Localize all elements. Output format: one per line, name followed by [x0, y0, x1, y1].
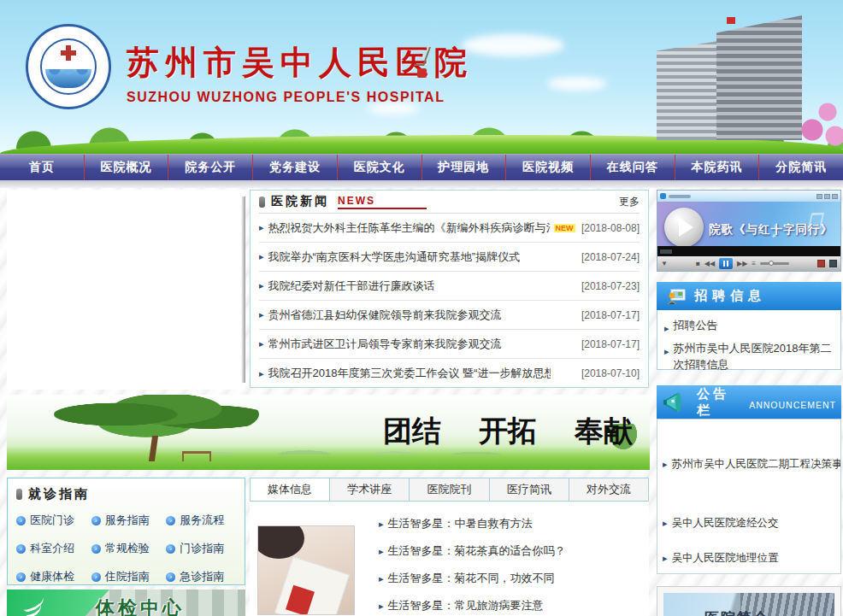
player-title-placeholder [669, 195, 691, 198]
tab-medical-briefs[interactable]: 医疗简讯 [489, 478, 569, 501]
tab-external-exchange[interactable]: 对外交流 [569, 478, 648, 501]
nav-item-home[interactable]: 首页 [0, 155, 85, 180]
checkup-center-banner[interactable]: 体检中心 [7, 590, 245, 616]
news-more-link[interactable]: 更多 [619, 195, 640, 209]
pause-button[interactable] [719, 258, 733, 269]
nav-item-party-building[interactable]: 党务建设 [253, 155, 338, 180]
next-button[interactable]: ▶▶ [737, 260, 747, 267]
news-link[interactable]: 热烈祝贺大外科主任陈革华主编的《新编外科疾病诊断与治 [268, 220, 551, 236]
nav-item-nursing[interactable]: 护理园地 [422, 155, 507, 180]
tab-media-info[interactable]: 媒体信息 [251, 478, 329, 501]
recruitment-link[interactable]: ▸苏州市吴中人民医院2018年第二次招聘信息 [664, 340, 834, 373]
guide-link-service-guide[interactable]: ›服务指南 [91, 513, 167, 528]
cloud-decoration [462, 34, 564, 56]
recruitment-header: 招聘信息 [657, 282, 841, 310]
article-thumbnail[interactable] [257, 525, 355, 615]
nav-item-pharmacy-news[interactable]: 本院药讯 [675, 155, 760, 180]
new-badge: NEW [554, 224, 575, 232]
close-button[interactable] [832, 194, 838, 199]
flash-placeholder [7, 190, 245, 390]
media-article-link[interactable]: ▸生活智多星：中暑自救有方法 [379, 510, 566, 537]
arrow-icon: ▸ [259, 251, 264, 262]
news-subtitle: NEWS [338, 195, 427, 209]
media-tab-bar: 媒体信息 学术讲座 医院院刊 医疗简讯 对外交流 [250, 478, 649, 502]
news-date: [2018-07-23] [581, 280, 640, 292]
arrow-icon: ▸ [259, 309, 264, 320]
arrow-icon: ▸ [663, 459, 668, 470]
nav-item-branch-news[interactable]: 分院简讯 [759, 155, 843, 180]
media-article-link[interactable]: ▸生活智多星：常见旅游病要注意 [379, 592, 566, 616]
hospital-building-image [657, 15, 802, 140]
news-link[interactable]: 贵州省德江县妇幼保健院领导前来我院参观交流 [268, 308, 502, 323]
recruitment-icon [667, 289, 686, 304]
maximize-button[interactable] [824, 194, 830, 199]
bench-decoration [182, 451, 211, 461]
player-titlebar [657, 191, 840, 202]
media-player: ♫ ♪ 院歌《与红十字同行》 ▼ ■ ◀◀ ▶▶ ≡ [657, 190, 841, 272]
tab-hospital-journal[interactable]: 医院院刊 [409, 478, 488, 501]
record-button[interactable] [817, 260, 825, 267]
guide-link-inpatient-guide[interactable]: ›住院指南 [91, 569, 167, 584]
announcement-header: 公告栏 ANNOUNCEMENT [657, 385, 841, 419]
guide-link-routine-tests[interactable]: ›常规检验 [91, 541, 167, 556]
cloud-decoration [547, 77, 607, 91]
player-status-bar [657, 246, 840, 256]
volume-slider[interactable] [760, 262, 789, 265]
news-link[interactable]: 我院召开2018年度第三次党委工作会议 暨“进一步解放思想 [268, 366, 551, 381]
announcement-list: ▸苏州市吴中人民医院二期工程决策事 ▸吴中人民医院途经公交 ▸吴中人民医院地理位… [657, 419, 841, 574]
guide-link-outpatient[interactable]: ›医院门诊 [16, 513, 91, 528]
circle-arrow-icon: › [166, 544, 175, 554]
wing-logo-icon [22, 596, 48, 615]
news-row: ▸ 常州市武进区卫计局领导专家前来我院参观交流 [2018-07-17] [259, 330, 640, 359]
intro-label: 医院简介 [704, 608, 769, 616]
stop-button[interactable]: ■ [696, 260, 700, 267]
nav-item-qa[interactable]: 在线问答 [591, 155, 675, 180]
guide-link-service-flow[interactable]: ›服务流程 [166, 513, 241, 528]
flowers-decoration [792, 94, 843, 154]
announcement-link[interactable]: ▸吴中人民医院地理位置 [663, 551, 835, 566]
play-button[interactable] [664, 208, 704, 246]
news-row: ▸ 我院举办“南京医科大学医患沟通研究基地”揭牌仪式 [2018-07-24] [259, 243, 640, 272]
news-link[interactable]: 我院纪委对新任干部进行廉政谈话 [268, 279, 435, 294]
media-article-link[interactable]: ▸生活智多星：菊花茶真的适合你吗？ [379, 537, 566, 565]
recruitment-list: ▸招聘公告 ▸苏州市吴中人民医院2018年第二次招聘信息 [657, 310, 841, 370]
eject-button[interactable] [829, 260, 837, 267]
site-title-en: SUZHOU WUZHONG PEOPLE'S HOSPITAL [127, 90, 473, 105]
announcement-link[interactable]: ▸苏州市吴中人民医院二期工程决策事 [663, 457, 835, 472]
arrow-icon: ▸ [663, 553, 668, 564]
circle-arrow-icon: › [166, 572, 175, 582]
guide-link-health-checkup[interactable]: ›健康体检 [16, 569, 91, 584]
news-row: ▸ 贵州省德江县妇幼保健院领导前来我院参观交流 [2018-07-17] [259, 301, 640, 330]
arrow-icon: ▸ [259, 338, 264, 349]
announcement-title: 公告栏 [697, 386, 744, 419]
nav-item-videos[interactable]: 医院视频 [506, 155, 591, 180]
guide-link-emergency-guide[interactable]: ›急诊指南 [166, 569, 241, 584]
hospital-news-panel: 医院新闻 NEWS 更多 ▸ 热烈祝贺大外科主任陈革华主编的《新编外科疾病诊断与… [250, 190, 649, 388]
recruitment-link[interactable]: ▸招聘公告 [664, 317, 834, 337]
slogan-text: 团结 开拓 奉献 [383, 412, 633, 451]
circle-arrow-icon: › [16, 516, 26, 525]
tab-academic-lectures[interactable]: 学术讲座 [329, 478, 409, 501]
player-menu-button[interactable]: ▼ [661, 260, 668, 267]
news-row: ▸ 我院召开2018年度第三次党委工作会议 暨“进一步解放思想 [2018-07… [259, 359, 640, 388]
announcement-link[interactable]: ▸吴中人民医院途经公交 [663, 516, 835, 531]
hospital-intro-panel[interactable]: 医院简介 [657, 586, 841, 616]
guide-link-departments[interactable]: ›科室介绍 [16, 541, 91, 556]
circle-arrow-icon: › [91, 572, 101, 582]
media-article-link[interactable]: ▸生活智多星：菊花不同，功效不同 [379, 565, 566, 592]
news-link[interactable]: 我院举办“南京医科大学医患沟通研究基地”揭牌仪式 [268, 249, 521, 265]
news-row: ▸ 热烈祝贺大外科主任陈革华主编的《新编外科疾病诊断与治 NEW [2018-0… [259, 214, 640, 243]
slogan-word: 开拓 [479, 412, 537, 451]
nav-item-public-affairs[interactable]: 院务公开 [168, 155, 253, 180]
minimize-button[interactable] [816, 194, 822, 199]
window-buttons [816, 194, 838, 199]
nav-item-overview[interactable]: 医院概况 [85, 155, 169, 180]
nav-item-culture[interactable]: 医院文化 [338, 155, 422, 180]
arrow-icon: ▸ [379, 519, 384, 530]
playlist-button[interactable]: ≡ [752, 260, 756, 267]
circle-arrow-icon: › [91, 544, 101, 554]
previous-button[interactable]: ◀◀ [704, 260, 715, 267]
guide-link-outpatient-guide[interactable]: ›门诊指南 [166, 541, 241, 556]
circle-arrow-icon: › [166, 516, 175, 525]
news-link[interactable]: 常州市武进区卫计局领导专家前来我院参观交流 [268, 337, 502, 352]
